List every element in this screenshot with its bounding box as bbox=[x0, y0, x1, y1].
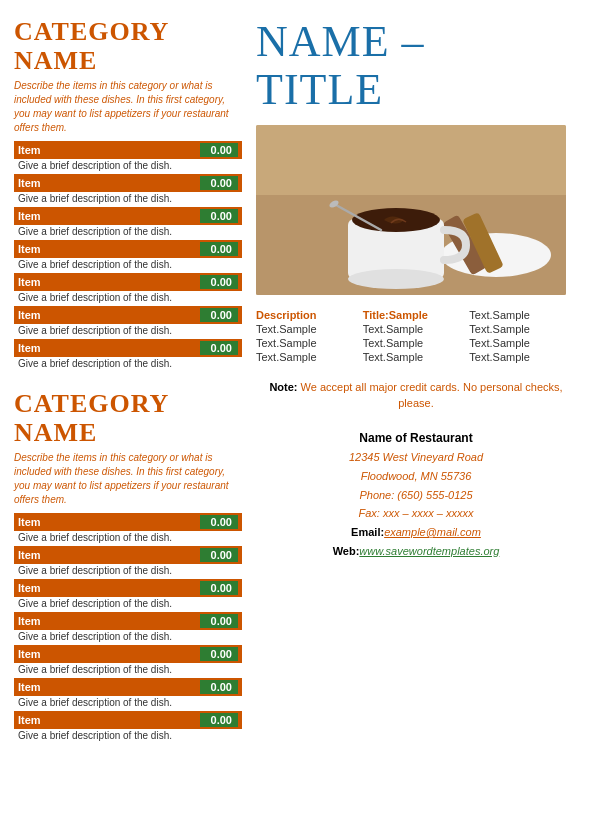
info-col2-val1: Text.Sample bbox=[363, 323, 470, 335]
contact-web-line: Web:www.savewordtemplates.org bbox=[256, 542, 576, 561]
category2-name: CATEGORY NAME bbox=[14, 390, 242, 447]
menu-item-row: Item0.00 bbox=[14, 513, 242, 531]
menu-item-row: Item0.00 bbox=[14, 141, 242, 159]
menu-item-desc: Give a brief description of the dish. bbox=[14, 225, 242, 240]
info-col3-val1: Text.Sample bbox=[469, 323, 576, 335]
menu-item-name: Item bbox=[18, 210, 200, 222]
category2: CATEGORY NAME Describe the items in this… bbox=[14, 390, 242, 754]
svg-point-7 bbox=[348, 269, 444, 289]
info-col3-val3: Text.Sample bbox=[469, 351, 576, 363]
menu-item-desc: Give a brief description of the dish. bbox=[14, 291, 242, 306]
menu-item-desc: Give a brief description of the dish. bbox=[14, 696, 242, 711]
category1-name: CATEGORY NAME bbox=[14, 18, 242, 75]
contact-web-label: Web: bbox=[333, 545, 360, 557]
contact-email-line: Email:example@mail.com bbox=[256, 523, 576, 542]
menu-item-price: 0.00 bbox=[200, 515, 238, 529]
menu-item-price: 0.00 bbox=[200, 242, 238, 256]
menu-item-desc: Give a brief description of the dish. bbox=[14, 159, 242, 174]
food-image bbox=[256, 125, 566, 295]
info-col-1: Description Text.Sample Text.Sample Text… bbox=[256, 309, 363, 363]
contact-section: Name of Restaurant 12345 West Vineyard R… bbox=[256, 428, 576, 561]
contact-name: Name of Restaurant bbox=[256, 428, 576, 448]
menu-item-row: Item0.00 bbox=[14, 711, 242, 729]
menu-item-price: 0.00 bbox=[200, 209, 238, 223]
info-col-2: Title:Sample Text.Sample Text.Sample Tex… bbox=[363, 309, 470, 363]
info-col2-val2: Text.Sample bbox=[363, 337, 470, 349]
menu-item-name: Item bbox=[18, 549, 200, 561]
info-col1-val3: Text.Sample bbox=[256, 351, 363, 363]
menu-item-name: Item bbox=[18, 516, 200, 528]
right-column: NAME – TITLE bbox=[256, 18, 576, 813]
menu-item-row: Item0.00 bbox=[14, 579, 242, 597]
info-col1-val1: Text.Sample bbox=[256, 323, 363, 335]
note-label: Note: bbox=[269, 381, 297, 393]
contact-web: www.savewordtemplates.org bbox=[359, 545, 499, 557]
menu-item-row: Item0.00 bbox=[14, 174, 242, 192]
category2-desc: Describe the items in this category or w… bbox=[14, 451, 242, 507]
menu-item-row: Item0.00 bbox=[14, 546, 242, 564]
page: CATEGORY NAME Describe the items in this… bbox=[0, 0, 590, 831]
menu-item-row: Item0.00 bbox=[14, 339, 242, 357]
info-col1-label: Description bbox=[256, 309, 363, 321]
info-col2-label: Title:Sample bbox=[363, 309, 470, 321]
menu-item-name: Item bbox=[18, 648, 200, 660]
menu-item-desc: Give a brief description of the dish. bbox=[14, 597, 242, 612]
menu-item-price: 0.00 bbox=[200, 713, 238, 727]
menu-item-price: 0.00 bbox=[200, 341, 238, 355]
menu-item-price: 0.00 bbox=[200, 143, 238, 157]
menu-item-name: Item bbox=[18, 309, 200, 321]
menu-item-name: Item bbox=[18, 243, 200, 255]
contact-address2: Floodwood, MN 55736 bbox=[256, 467, 576, 486]
menu-item-desc: Give a brief description of the dish. bbox=[14, 663, 242, 678]
info-table-header: Description Text.Sample Text.Sample Text… bbox=[256, 309, 576, 363]
menu-item-row: Item0.00 bbox=[14, 678, 242, 696]
menu-item-row: Item0.00 bbox=[14, 240, 242, 258]
menu-item-price: 0.00 bbox=[200, 275, 238, 289]
menu-item-name: Item bbox=[18, 342, 200, 354]
note-text: We accept all major credit cards. No per… bbox=[301, 381, 563, 410]
contact-phone: Phone: (650) 555-0125 bbox=[256, 486, 576, 505]
menu-item-name: Item bbox=[18, 276, 200, 288]
restaurant-title: NAME – TITLE bbox=[256, 18, 576, 115]
contact-email: example@mail.com bbox=[384, 526, 481, 538]
info-col1-val2: Text.Sample bbox=[256, 337, 363, 349]
info-col2-val3: Text.Sample bbox=[363, 351, 470, 363]
food-image-svg bbox=[256, 125, 566, 295]
contact-address1: 12345 West Vineyard Road bbox=[256, 448, 576, 467]
menu-item-desc: Give a brief description of the dish. bbox=[14, 531, 242, 546]
menu-item-price: 0.00 bbox=[200, 548, 238, 562]
menu-item-desc: Give a brief description of the dish. bbox=[14, 192, 242, 207]
menu-item-row: Item0.00 bbox=[14, 273, 242, 291]
info-col-3: Text.Sample Text.Sample Text.Sample Text… bbox=[469, 309, 576, 363]
menu-item-name: Item bbox=[18, 714, 200, 726]
menu-item-price: 0.00 bbox=[200, 614, 238, 628]
category1-desc: Describe the items in this category or w… bbox=[14, 79, 242, 135]
info-col3-label: Text.Sample bbox=[469, 309, 576, 321]
menu-item-row: Item0.00 bbox=[14, 612, 242, 630]
menu-item-price: 0.00 bbox=[200, 308, 238, 322]
menu-item-row: Item0.00 bbox=[14, 645, 242, 663]
menu-item-price: 0.00 bbox=[200, 176, 238, 190]
menu-item-name: Item bbox=[18, 681, 200, 693]
menu-item-price: 0.00 bbox=[200, 581, 238, 595]
info-table: Description Text.Sample Text.Sample Text… bbox=[256, 309, 576, 365]
info-col3-val2: Text.Sample bbox=[469, 337, 576, 349]
category2-items: Item0.00Give a brief description of the … bbox=[14, 513, 242, 744]
menu-item-name: Item bbox=[18, 144, 200, 156]
menu-item-desc: Give a brief description of the dish. bbox=[14, 324, 242, 339]
menu-item-row: Item0.00 bbox=[14, 306, 242, 324]
menu-item-desc: Give a brief description of the dish. bbox=[14, 357, 242, 372]
menu-item-row: Item0.00 bbox=[14, 207, 242, 225]
menu-item-name: Item bbox=[18, 177, 200, 189]
menu-item-name: Item bbox=[18, 582, 200, 594]
menu-item-desc: Give a brief description of the dish. bbox=[14, 630, 242, 645]
menu-item-name: Item bbox=[18, 615, 200, 627]
contact-email-label: Email: bbox=[351, 526, 384, 538]
menu-item-price: 0.00 bbox=[200, 680, 238, 694]
menu-item-desc: Give a brief description of the dish. bbox=[14, 564, 242, 579]
menu-item-desc: Give a brief description of the dish. bbox=[14, 729, 242, 744]
left-column: CATEGORY NAME Describe the items in this… bbox=[14, 18, 242, 813]
menu-item-price: 0.00 bbox=[200, 647, 238, 661]
note-section: Note: We accept all major credit cards. … bbox=[256, 379, 576, 412]
contact-fax: Fax: xxx – xxxx – xxxxx bbox=[256, 504, 576, 523]
